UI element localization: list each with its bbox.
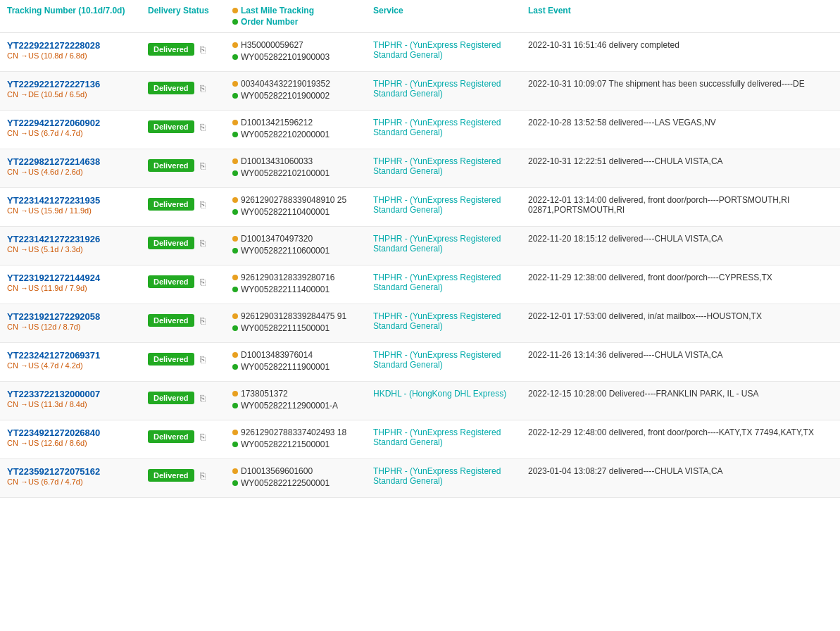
- last-event-cell: 2022-10-31 12:22:51 delivered----CHULA V…: [521, 149, 840, 188]
- lm-tracking-number[interactable]: D10013470497320: [241, 234, 313, 244]
- tracking-number[interactable]: YT2229221272228028: [7, 40, 134, 51]
- tracking-number[interactable]: YT2231921272144924: [7, 273, 134, 283]
- tracking-number[interactable]: YT2229821272214638: [7, 156, 134, 167]
- copy-icon[interactable]: ⎘: [200, 83, 206, 94]
- lm-tracking-number[interactable]: 1738051372: [241, 389, 288, 399]
- lm-tracking-number[interactable]: D10013431060033: [241, 156, 313, 166]
- last-event-cell: 2022-12-29 12:48:00 delivered, front doo…: [521, 420, 840, 459]
- order-number[interactable]: WY0052822111900001: [241, 362, 330, 372]
- tracking-number[interactable]: YT2232421272069371: [7, 350, 134, 361]
- status-cell: Delivered ⎘: [141, 188, 225, 227]
- last-event-text: 2022-10-28 13:52:58 delivered----LAS VEG…: [528, 118, 716, 127]
- last-event-cell: 2022-12-15 10:28:00 Delivered----FRANKLI…: [521, 382, 840, 420]
- lm-dot-icon: [232, 430, 238, 435]
- lm-dot-icon: [232, 352, 238, 358]
- tracking-cell: YT2233722132000007 CN →US (11.3d / 8.4d): [0, 382, 141, 420]
- delivered-badge: Delivered: [148, 392, 194, 404]
- lm-tracking-cell: 1738051372 WY0052822112900001-A: [225, 382, 366, 420]
- copy-icon[interactable]: ⎘: [200, 354, 206, 365]
- lm-tracking-number[interactable]: 92612902788339048910 25: [241, 195, 346, 205]
- last-event-cell: 2022-10-28 13:52:58 delivered----LAS VEG…: [521, 111, 840, 149]
- service-name: THPHR - (YunExpress Registered Standard …: [373, 427, 501, 447]
- tracking-number[interactable]: YT2233722132000007: [7, 389, 134, 399]
- copy-icon[interactable]: ⎘: [200, 393, 206, 404]
- route-info: CN →US (6.7d / 4.7d): [7, 129, 83, 137]
- lm-dot-icon: [232, 313, 238, 319]
- copy-icon[interactable]: ⎘: [200, 470, 206, 481]
- lm-tracking-number[interactable]: D10013483976014: [241, 350, 313, 360]
- status-cell: Delivered ⎘: [141, 420, 225, 459]
- table-row: YT2231921272292058 CN →US (12d / 8.7d) D…: [0, 304, 840, 343]
- copy-icon[interactable]: ⎘: [200, 238, 206, 249]
- service-name: THPHR - (YunExpress Registered Standard …: [373, 466, 501, 486]
- order-number[interactable]: WY0052822121500001: [241, 439, 330, 449]
- service-name: THPHR - (YunExpress Registered Standard …: [373, 79, 501, 99]
- lm-tracking-number[interactable]: D10013421596212: [241, 118, 313, 127]
- last-event-cell: 2022-12-01 17:53:00 delivered, in/at mai…: [521, 304, 840, 343]
- tracking-cell: YT2229221272227136 CN →DE (10.5d / 6.5d): [0, 72, 141, 111]
- tracking-number[interactable]: YT2231421272231935: [7, 195, 134, 206]
- col-header-status: Delivery Status: [141, 0, 225, 33]
- delivered-badge: Delivered: [148, 159, 194, 172]
- table-row: YT2229821272214638 CN →US (4.6d / 2.6d) …: [0, 149, 840, 188]
- route-info: CN →US (12.6d / 8.6d): [7, 439, 87, 447]
- route-info: CN →US (11.3d / 8.4d): [7, 400, 87, 408]
- service-cell: HKDHL - (HongKong DHL Express): [366, 382, 521, 420]
- tracking-number[interactable]: YT2231421272231926: [7, 234, 134, 244]
- order-number[interactable]: WY0052822111500001: [241, 323, 330, 333]
- tracking-number[interactable]: YT2229421272060902: [7, 118, 134, 128]
- copy-icon[interactable]: ⎘: [200, 316, 206, 326]
- col-header-tracking: Tracking Number (10.1d/7.0d): [0, 0, 141, 33]
- table-row: YT2231921272144924 CN →US (11.9d / 7.9d)…: [0, 265, 840, 304]
- tracking-number[interactable]: YT2235921272075162: [7, 466, 134, 477]
- lm-tracking-number[interactable]: 92612902788337402493 18: [241, 427, 346, 437]
- lm-tracking-number[interactable]: 92612903128339280716: [241, 273, 334, 282]
- lm-tracking-cell: D10013483976014 WY0052822111900001: [225, 343, 366, 382]
- order-number[interactable]: WY0052822112900001-A: [241, 401, 338, 411]
- copy-icon[interactable]: ⎘: [200, 277, 206, 287]
- lm-tracking-number[interactable]: H350000059627: [241, 40, 303, 50]
- lm-tracking-number[interactable]: D10013569601600: [241, 466, 313, 476]
- copy-icon[interactable]: ⎘: [200, 161, 206, 171]
- last-event-cell: 2022-12-01 13:14:00 delivered, front doo…: [521, 188, 840, 227]
- order-number[interactable]: WY0052822102100001: [241, 168, 330, 178]
- status-cell: Delivered ⎘: [141, 33, 225, 72]
- order-number[interactable]: WY0052822101900002: [241, 91, 330, 101]
- service-name: THPHR - (YunExpress Registered Standard …: [373, 273, 501, 292]
- status-cell: Delivered ⎘: [141, 459, 225, 498]
- order-number[interactable]: WY0052822110600001: [241, 246, 330, 256]
- lm-tracking-cell: 92612902788339048910 25 WY00528221104000…: [225, 188, 366, 227]
- table-row: YT2232421272069371 CN →US (4.7d / 4.2d) …: [0, 343, 840, 382]
- tracking-number[interactable]: YT2229221272227136: [7, 79, 134, 89]
- last-event-text: 2022-12-15 10:28:00 Delivered----FRANKLI…: [528, 389, 758, 399]
- lm-dot-icon: [232, 236, 238, 242]
- route-info: CN →US (6.7d / 4.7d): [7, 477, 83, 486]
- tracking-cell: YT2235921272075162 CN →US (6.7d / 4.7d): [0, 459, 141, 498]
- order-number[interactable]: WY0052822111400001: [241, 285, 330, 294]
- copy-icon[interactable]: ⎘: [200, 432, 206, 442]
- service-name: THPHR - (YunExpress Registered Standard …: [373, 234, 501, 254]
- table-row: YT2229421272060902 CN →US (6.7d / 4.7d) …: [0, 111, 840, 149]
- lm-tracking-cell: D10013431060033 WY0052822102100001: [225, 149, 366, 188]
- status-cell: Delivered ⎘: [141, 382, 225, 420]
- service-name: HKDHL - (HongKong DHL Express): [373, 389, 506, 399]
- delivered-badge: Delivered: [148, 237, 194, 249]
- copy-icon[interactable]: ⎘: [200, 44, 206, 55]
- delivered-badge: Delivered: [148, 314, 194, 327]
- table-row: YT2229221272228028 CN →US (10.8d / 6.8d)…: [0, 33, 840, 72]
- tracking-number[interactable]: YT2234921272026840: [7, 427, 134, 438]
- status-cell: Delivered ⎘: [141, 111, 225, 149]
- lm-tracking-number[interactable]: 92612903128339284475 91: [241, 311, 346, 321]
- lm-tracking-number[interactable]: 0034043432219019352: [241, 79, 330, 89]
- delivered-badge: Delivered: [148, 198, 194, 211]
- copy-icon[interactable]: ⎘: [200, 199, 206, 210]
- order-number[interactable]: WY0052822102000001: [241, 130, 330, 139]
- tracking-number[interactable]: YT2231921272292058: [7, 311, 134, 322]
- copy-icon[interactable]: ⎘: [200, 122, 206, 132]
- last-event-cell: 2023-01-04 13:08:27 delivered----CHULA V…: [521, 459, 840, 498]
- order-number[interactable]: WY0052822122500001: [241, 478, 330, 488]
- last-event-text: 2022-10-31 10:09:07 The shipment has bee…: [528, 79, 805, 89]
- order-number[interactable]: WY0052822101900003: [241, 52, 330, 62]
- order-dot-icon: [232, 132, 238, 137]
- order-number[interactable]: WY0052822110400001: [241, 207, 330, 217]
